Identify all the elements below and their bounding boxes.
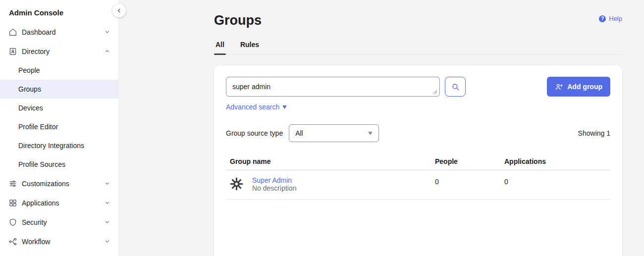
sidebar-item-directory-integrations[interactable]: Directory Integrations (0, 136, 118, 155)
app-title: Admin Console (0, 0, 118, 22)
applications-count: 0 (500, 170, 610, 199)
search-icon (451, 83, 460, 91)
sidebar-item-security[interactable]: Security (0, 212, 118, 232)
tab-rules[interactable]: Rules (239, 36, 261, 54)
advanced-search-link[interactable]: Advanced search (226, 103, 287, 111)
chevron-down-icon (368, 132, 373, 135)
page-header: Groups ? Help (214, 13, 622, 28)
tab-all[interactable]: All (214, 36, 226, 54)
people-count: 0 (431, 170, 500, 199)
sidebar-item-customizations[interactable]: Customizations (0, 174, 118, 193)
main-content: Groups ? Help All Rules (119, 0, 644, 256)
sidebar-item-workflow[interactable]: Workflow (0, 232, 118, 251)
table-row: Super Admin No description 0 0 (226, 170, 610, 200)
sub-item-label: Devices (18, 104, 43, 112)
sidebar-item-people[interactable]: People (0, 61, 118, 80)
sidebar-item-label: Directory (22, 48, 50, 55)
group-search-input[interactable] (226, 77, 440, 97)
sidebar-item-label: Workflow (22, 238, 50, 246)
search-button[interactable] (445, 77, 466, 97)
sidebar-item-label: Dashboard (22, 28, 56, 36)
sub-item-label: People (18, 66, 40, 74)
search-field-wrap (226, 77, 440, 97)
help-icon: ? (599, 15, 606, 22)
page-title: Groups (214, 13, 262, 28)
add-group-label: Add group (567, 83, 602, 91)
chevron-down-icon (104, 200, 110, 206)
results-summary: Showing 1 (578, 129, 610, 137)
table-header-row: Group name People Applications (226, 153, 610, 170)
sidebar-item-groups[interactable]: Groups (0, 80, 118, 99)
sidebar-item-profile-editor[interactable]: Profile Editor (0, 117, 118, 136)
chevron-up-icon (104, 48, 110, 54)
groups-card: Add group Advanced search Group source t… (214, 65, 622, 256)
add-user-icon (555, 83, 563, 91)
sidebar-item-profile-sources[interactable]: Profile Sources (0, 155, 118, 174)
sidebar-item-dashboard[interactable]: Dashboard (0, 22, 118, 42)
column-header-applications: Applications (500, 153, 610, 170)
select-value: All (295, 129, 303, 137)
sidebar-item-directory[interactable]: Directory (0, 42, 118, 61)
advanced-search-label: Advanced search (226, 103, 279, 111)
column-header-people: People (431, 153, 500, 170)
chevron-down-icon (104, 238, 110, 245)
directory-icon (8, 47, 17, 56)
column-header-group-name: Group name (226, 153, 431, 170)
group-name-link[interactable]: Super Admin (252, 176, 297, 184)
group-avatar-icon (230, 177, 243, 191)
tab-bar: All Rules (214, 36, 622, 55)
sidebar-item-devices[interactable]: Devices (0, 99, 118, 117)
chevron-left-icon (116, 7, 122, 14)
group-source-type-label: Group source type (226, 129, 283, 137)
sidebar-item-applications[interactable]: Applications (0, 193, 118, 212)
sidebar-item-label: Customizations (22, 180, 69, 188)
sidebar-item-label: Applications (22, 199, 59, 207)
group-source-type-select[interactable]: All (289, 124, 379, 142)
sub-item-label: Profile Sources (18, 160, 65, 168)
sidebar: Admin Console Dashboard Directory People… (0, 0, 119, 256)
group-description: No description (252, 184, 297, 192)
help-label: Help (609, 15, 622, 22)
groups-table: Group name People Applications (226, 153, 610, 200)
grid-icon (8, 198, 17, 207)
workflow-icon (8, 237, 17, 246)
chevron-down-icon (104, 219, 110, 225)
filter-row: Group source type All Showing 1 (226, 124, 610, 142)
sub-item-label: Directory Integrations (18, 142, 84, 150)
home-icon (8, 27, 17, 37)
shield-icon (8, 217, 17, 227)
sub-item-label: Profile Editor (18, 123, 58, 131)
chevron-down-icon (104, 180, 110, 187)
sidebar-collapse-button[interactable] (112, 4, 126, 17)
sliders-icon (8, 179, 17, 188)
add-group-button[interactable]: Add group (547, 77, 610, 97)
help-link[interactable]: ? Help (599, 15, 622, 22)
sidebar-item-label: Security (22, 218, 47, 226)
caret-down-icon (282, 105, 287, 109)
toolbar: Add group (226, 77, 610, 97)
group-name-cell: Super Admin No description (226, 170, 431, 199)
sub-item-label: Groups (18, 85, 41, 93)
chevron-down-icon (104, 29, 110, 35)
